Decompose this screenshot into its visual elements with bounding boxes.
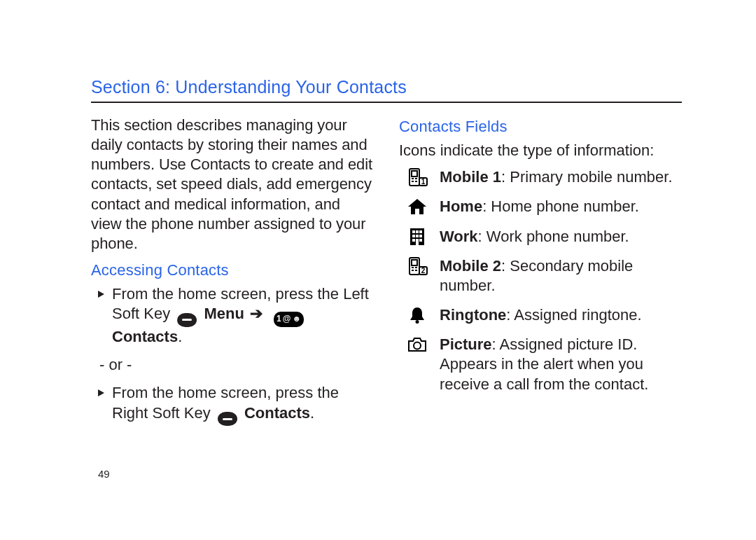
svg-rect-2	[412, 178, 414, 179]
field-mobile1: 1 Mobile 1: Primary mobile number.	[405, 167, 682, 187]
contacts-fields-heading: Contacts Fields	[399, 117, 682, 137]
mobile2-icon: 2	[405, 256, 430, 276]
period: .	[310, 404, 314, 422]
svg-rect-9	[412, 230, 415, 233]
intro-paragraph: This section describes managing your dai…	[91, 116, 374, 254]
ringtone-icon	[405, 305, 430, 325]
svg-point-26	[416, 320, 419, 324]
right-column: Contacts Fields Icons indicate the type …	[399, 116, 682, 430]
svg-text:1: 1	[421, 178, 426, 186]
svg-rect-15	[412, 239, 415, 242]
field-label: Ringtone	[440, 306, 506, 324]
left-softkey-icon	[177, 313, 197, 327]
field-desc: : Primary mobile number.	[501, 168, 673, 186]
accessing-contacts-heading: Accessing Contacts	[91, 261, 374, 280]
field-text: Mobile 1: Primary mobile number.	[440, 167, 682, 187]
step-1: From the home screen, press the Left Sof…	[91, 284, 374, 347]
field-work: Work: Work phone number.	[405, 227, 682, 247]
svg-rect-21	[415, 267, 417, 268]
field-picture: Picture: Assigned picture ID. Appears in…	[405, 335, 682, 394]
svg-rect-13	[416, 235, 419, 237]
svg-rect-3	[415, 178, 417, 179]
field-desc: : Home phone number.	[482, 198, 639, 215]
svg-rect-11	[419, 230, 422, 233]
field-desc: : Assigned ringtone.	[506, 306, 641, 324]
field-text: Mobile 2: Secondary mobile number.	[440, 256, 682, 296]
svg-rect-4	[412, 181, 414, 182]
contacts-app-icon: 1@☻	[274, 312, 304, 327]
field-mobile2: 2 Mobile 2: Secondary mobile number.	[405, 256, 682, 296]
field-ringtone: Ringtone: Assigned ringtone.	[405, 305, 682, 325]
svg-rect-14	[419, 235, 422, 237]
svg-rect-1	[412, 171, 417, 176]
contacts-label: Contacts	[112, 328, 178, 345]
icons-intro: Icons indicate the type of information:	[399, 141, 682, 160]
picture-icon	[405, 335, 430, 354]
field-desc: : Work phone number.	[478, 228, 629, 245]
field-text: Picture: Assigned picture ID. Appears in…	[440, 335, 682, 394]
step-2: From the home screen, press the Right So…	[91, 383, 374, 426]
mobile1-icon: 1	[405, 167, 430, 187]
play-bullet-icon	[98, 291, 104, 298]
field-label: Mobile 2	[440, 257, 501, 275]
field-label: Home	[440, 198, 482, 215]
field-text: Ringtone: Assigned ringtone.	[440, 305, 682, 325]
two-column-layout: This section describes managing your dai…	[91, 116, 682, 430]
field-label: Work	[440, 228, 478, 245]
svg-rect-20	[412, 267, 414, 268]
home-icon	[405, 197, 430, 216]
field-home: Home: Home phone number.	[405, 197, 682, 216]
section-title: Section 6: Understanding Your Contacts	[91, 77, 682, 103]
left-column: This section describes managing your dai…	[91, 116, 374, 430]
contacts-label: Contacts	[244, 404, 310, 422]
or-separator: - or -	[99, 355, 374, 375]
svg-rect-5	[415, 181, 417, 182]
svg-rect-12	[412, 235, 415, 237]
work-icon	[405, 227, 430, 247]
svg-rect-17	[416, 239, 419, 245]
field-label: Mobile 1	[440, 168, 501, 186]
period: .	[178, 328, 182, 345]
play-bullet-icon	[98, 389, 104, 396]
svg-rect-16	[419, 239, 422, 242]
svg-rect-19	[412, 260, 417, 265]
field-text: Work: Work phone number.	[440, 227, 682, 247]
svg-rect-23	[415, 270, 417, 271]
svg-point-27	[414, 342, 421, 349]
right-softkey-icon	[218, 412, 237, 426]
page-number: 49	[98, 468, 110, 480]
field-label: Picture	[440, 335, 492, 353]
arrow-icon: ➔	[250, 305, 262, 322]
menu-label: Menu	[204, 305, 244, 322]
svg-text:2: 2	[421, 267, 426, 275]
svg-rect-22	[412, 270, 414, 271]
manual-page: Section 6: Understanding Your Contacts T…	[0, 0, 756, 540]
svg-rect-10	[416, 230, 419, 233]
field-text: Home: Home phone number.	[440, 197, 682, 216]
